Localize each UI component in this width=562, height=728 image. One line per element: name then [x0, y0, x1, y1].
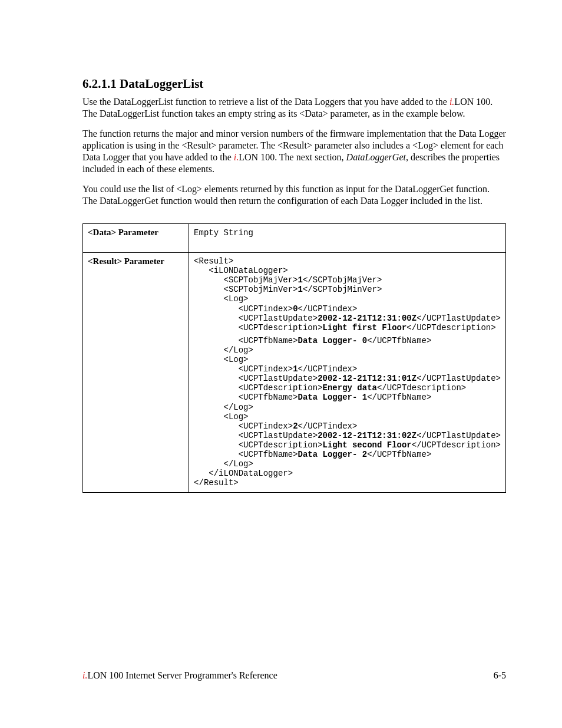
table-row: <Result> Parameter <Result> <iLONDataLog… [83, 253, 506, 493]
parameter-table: <Data> Parameter Empty String <Result> P… [82, 223, 506, 493]
page-footer: i.LON 100 Internet Server Programmer's R… [82, 670, 506, 681]
p2-ital: DataLoggerGet, [346, 152, 408, 162]
p1-text-a: Use the DataLoggerList function to retri… [82, 97, 449, 107]
paragraph-1: Use the DataLoggerList function to retri… [82, 96, 506, 120]
footer-title: i.LON 100 Internet Server Programmer's R… [82, 670, 277, 681]
p2-text-b: LON 100. The next section, [239, 152, 346, 162]
paragraph-2: The function returns the major and minor… [82, 128, 506, 175]
document-page: 6.2.1.1 DataLoggerList Use the DataLogge… [0, 0, 562, 728]
data-param-label: <Data> Parameter [83, 224, 189, 253]
result-param-label: <Result> Parameter [83, 253, 189, 493]
footer-text: LON 100 Internet Server Programmer's Ref… [87, 670, 277, 680]
table-row: <Data> Parameter Empty String [83, 224, 506, 253]
data-param-value: Empty String [189, 224, 506, 253]
paragraph-3: You could use the list of <Log> elements… [82, 183, 506, 207]
xml-block: <Result> <iLONDataLogger> <SCPTobjMajVer… [194, 256, 501, 487]
p2-ital-i: i. [234, 152, 239, 162]
page-number: 6-5 [494, 670, 506, 681]
section-heading: 6.2.1.1 DataLoggerList [82, 77, 506, 91]
data-param-value-text: Empty String [194, 228, 253, 238]
result-param-value: <Result> <iLONDataLogger> <SCPTobjMajVer… [189, 253, 506, 493]
